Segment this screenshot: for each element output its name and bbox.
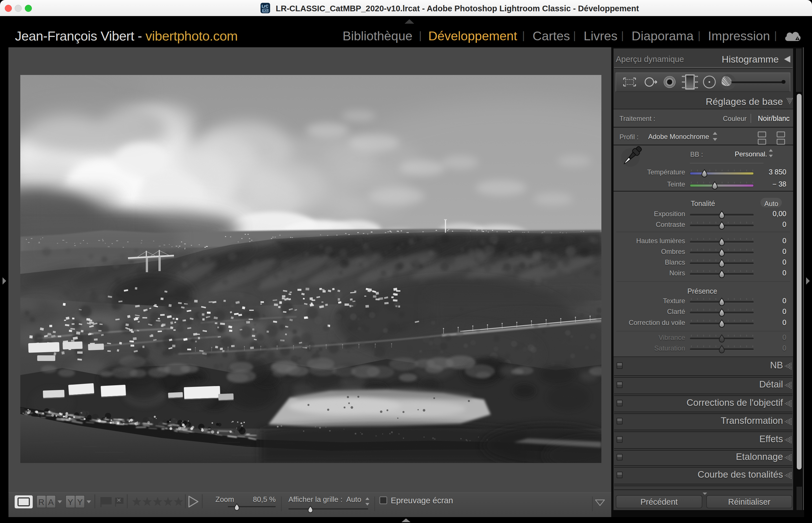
svg-text:R: R [38,497,45,507]
svg-text:Y: Y [77,497,83,507]
svg-text:A: A [48,497,54,507]
svg-text:CAT: CAT [263,9,268,12]
svg-text:LrC: LrC [262,4,268,8]
svg-text:Y: Y [67,497,73,507]
